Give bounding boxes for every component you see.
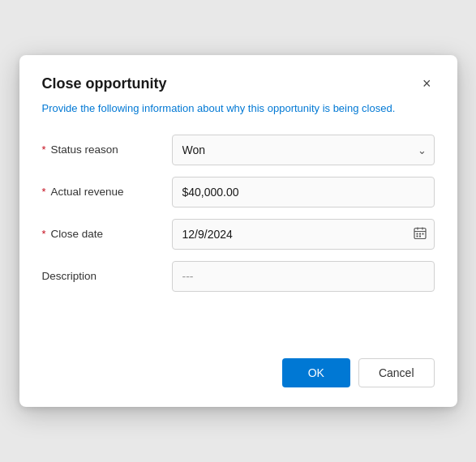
dialog-subtitle: Provide the following information about … — [42, 101, 435, 117]
dialog-footer: OK Cancel — [42, 358, 435, 387]
close-opportunity-dialog: Close opportunity × Provide the followin… — [19, 55, 457, 407]
close-date-input[interactable] — [172, 219, 435, 250]
status-reason-control: Won Lost Canceled Revisit ⌄ — [172, 135, 435, 165]
dialog-header: Close opportunity × — [42, 75, 435, 92]
actual-revenue-label: *Actual revenue — [42, 186, 172, 198]
close-date-wrapper — [172, 219, 435, 250]
status-reason-required: * — [42, 143, 46, 156]
cancel-button[interactable]: Cancel — [358, 358, 435, 387]
description-input[interactable] — [172, 261, 435, 292]
actual-revenue-row: *Actual revenue — [42, 175, 435, 209]
close-date-control — [172, 219, 435, 250]
actual-revenue-required: * — [42, 186, 46, 198]
description-label: Description — [42, 270, 172, 282]
status-reason-row: *Status reason Won Lost Canceled Revisit… — [42, 133, 435, 167]
status-reason-select[interactable]: Won Lost Canceled Revisit — [172, 135, 435, 165]
actual-revenue-input[interactable] — [172, 177, 435, 207]
description-control — [172, 261, 435, 292]
close-date-label: *Close date — [42, 228, 172, 240]
actual-revenue-control — [172, 177, 435, 207]
dialog-overlay: Close opportunity × Provide the followin… — [0, 0, 476, 462]
status-reason-select-wrapper: Won Lost Canceled Revisit ⌄ — [172, 135, 435, 165]
ok-button[interactable]: OK — [282, 358, 350, 387]
close-date-row: *Close date — [42, 217, 435, 251]
status-reason-label: *Status reason — [42, 143, 172, 156]
close-date-required: * — [42, 228, 46, 240]
close-button[interactable]: × — [419, 75, 435, 92]
dialog-title: Close opportunity — [42, 75, 167, 92]
description-row: Description — [42, 259, 435, 293]
